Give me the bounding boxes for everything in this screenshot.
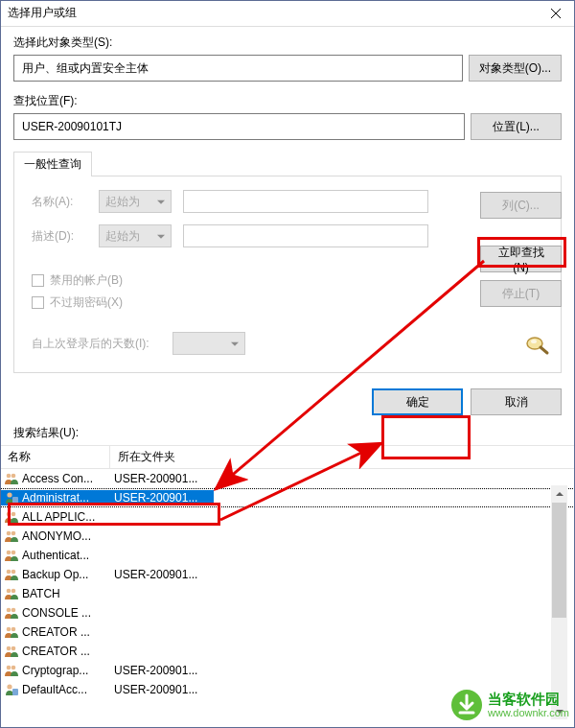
table-row[interactable]: Administrat...USER-200901... <box>0 488 575 507</box>
table-row[interactable]: BATCH <box>0 584 575 603</box>
grid-header: 名称 所在文件夹 <box>0 446 575 469</box>
cell-name: Cryptograp... <box>0 663 110 678</box>
disabled-accounts-checkbox[interactable]: 禁用的帐户(B) <box>32 272 543 289</box>
name-mode-combo[interactable]: 起始为 <box>99 190 172 213</box>
cell-name: DefaultAcc... <box>0 682 110 697</box>
cell-folder <box>110 516 214 518</box>
table-row[interactable]: ALL APPLIC... <box>0 507 575 527</box>
ok-button[interactable]: 确定 <box>372 388 463 415</box>
cell-folder <box>110 631 214 633</box>
group-icon <box>4 472 19 485</box>
scroll-up-icon[interactable] <box>551 485 567 502</box>
group-icon <box>4 529 19 543</box>
cell-folder: USER-200901... <box>110 567 214 582</box>
table-row[interactable]: Backup Op...USER-200901... <box>0 565 575 584</box>
cell-name: ALL APPLIC... <box>0 509 110 525</box>
svg-point-9 <box>12 531 16 536</box>
cell-folder <box>110 650 214 652</box>
location-button[interactable]: 位置(L)... <box>471 113 562 140</box>
columns-button[interactable]: 列(C)... <box>480 192 562 219</box>
col-folder[interactable]: 所在文件夹 <box>110 446 575 468</box>
cell-name: Authenticat... <box>0 548 110 563</box>
desc-input[interactable] <box>183 224 428 247</box>
svg-point-23 <box>12 666 16 670</box>
watermark-url: www.downkr.com <box>488 707 569 718</box>
cell-name: CONSOLE ... <box>0 605 110 621</box>
scrollbar[interactable] <box>551 485 567 719</box>
svg-point-11 <box>12 551 16 555</box>
svg-point-4 <box>7 492 12 497</box>
location-label: 查找位置(F): <box>13 93 562 109</box>
cell-folder <box>110 593 214 595</box>
svg-point-1 <box>531 340 537 343</box>
window-title: 选择用户或组 <box>8 5 537 21</box>
group-icon <box>4 568 19 581</box>
location-section: 查找位置(F): USER-20090101TJ 位置(L)... <box>0 85 575 144</box>
name-label: 名称(A): <box>32 194 87 210</box>
cell-folder: USER-200901... <box>110 663 214 678</box>
days-since-login-label: 自上次登录后的天数(I): <box>32 336 150 352</box>
cell-name: BATCH <box>0 586 110 601</box>
group-icon <box>4 645 19 658</box>
table-row[interactable]: CREATOR ... <box>0 622 575 642</box>
cell-name: Access Con... <box>0 471 110 486</box>
checkbox-icon <box>32 296 44 309</box>
group-icon <box>4 587 19 600</box>
table-row[interactable]: CREATOR ... <box>0 642 575 661</box>
magnifier-icon <box>523 334 550 361</box>
desc-mode-combo[interactable]: 起始为 <box>99 224 172 247</box>
results-label: 搜索结果(U): <box>0 425 575 445</box>
object-type-section: 选择此对象类型(S): 用户、组或内置安全主体 对象类型(O)... <box>0 27 575 85</box>
svg-rect-25 <box>12 689 18 695</box>
svg-point-20 <box>7 646 12 651</box>
group-icon <box>4 606 19 620</box>
table-row[interactable]: Cryptograp...USER-200901... <box>0 661 575 680</box>
cell-name: Backup Op... <box>0 567 110 582</box>
svg-point-24 <box>7 684 12 689</box>
svg-point-21 <box>12 646 16 651</box>
svg-point-2 <box>7 474 12 479</box>
cell-name: ANONYMO... <box>0 528 110 544</box>
cell-folder: USER-200901... <box>110 490 214 505</box>
cell-folder <box>110 535 214 537</box>
grid-body[interactable]: Access Con...USER-200901...Administrat..… <box>0 469 575 709</box>
close-button[interactable] <box>537 0 575 27</box>
user-icon <box>4 491 19 505</box>
svg-point-6 <box>7 512 12 517</box>
svg-point-16 <box>7 608 12 613</box>
dialog-select-users-groups: 选择用户或组 选择此对象类型(S): 用户、组或内置安全主体 对象类型(O)..… <box>0 0 575 728</box>
group-icon <box>4 664 19 677</box>
table-row[interactable]: ANONYMO... <box>0 527 575 546</box>
user-icon <box>4 683 19 696</box>
svg-point-7 <box>12 512 16 517</box>
scrollbar-thumb[interactable] <box>552 503 566 618</box>
stop-button[interactable]: 停止(T) <box>480 280 562 307</box>
cell-name: Administrat... <box>0 490 110 505</box>
tab-general-query[interactable]: 一般性查询 <box>13 152 92 176</box>
cell-folder: USER-200901... <box>110 471 214 486</box>
svg-point-12 <box>7 570 12 575</box>
table-row[interactable]: Access Con...USER-200901... <box>0 469 575 488</box>
cell-folder <box>110 612 214 614</box>
col-name[interactable]: 名称 <box>0 446 110 468</box>
cancel-button[interactable]: 取消 <box>471 388 562 415</box>
svg-point-15 <box>12 589 16 594</box>
table-row[interactable]: Authenticat... <box>0 546 575 565</box>
svg-point-8 <box>7 531 12 536</box>
watermark-title: 当客软件园 <box>488 692 569 708</box>
days-combo[interactable] <box>172 332 245 355</box>
location-textbox[interactable]: USER-20090101TJ <box>13 113 465 140</box>
nonexpire-password-checkbox[interactable]: 不过期密码(X) <box>32 294 543 311</box>
side-button-column: 列(C)... 立即查找(N) 停止(T) <box>480 192 562 307</box>
find-now-button[interactable]: 立即查找(N) <box>480 246 562 272</box>
desc-label: 描述(D): <box>32 228 87 245</box>
name-input[interactable] <box>183 190 428 213</box>
results-grid: 名称 所在文件夹 Access Con...USER-200901...Admi… <box>0 445 575 709</box>
svg-point-22 <box>7 666 12 670</box>
group-icon <box>4 549 19 562</box>
svg-point-10 <box>7 551 12 555</box>
titlebar: 选择用户或组 <box>0 0 575 27</box>
object-type-button[interactable]: 对象类型(O)... <box>469 55 562 82</box>
table-row[interactable]: CONSOLE ... <box>0 603 575 622</box>
object-type-textbox[interactable]: 用户、组或内置安全主体 <box>13 55 463 82</box>
